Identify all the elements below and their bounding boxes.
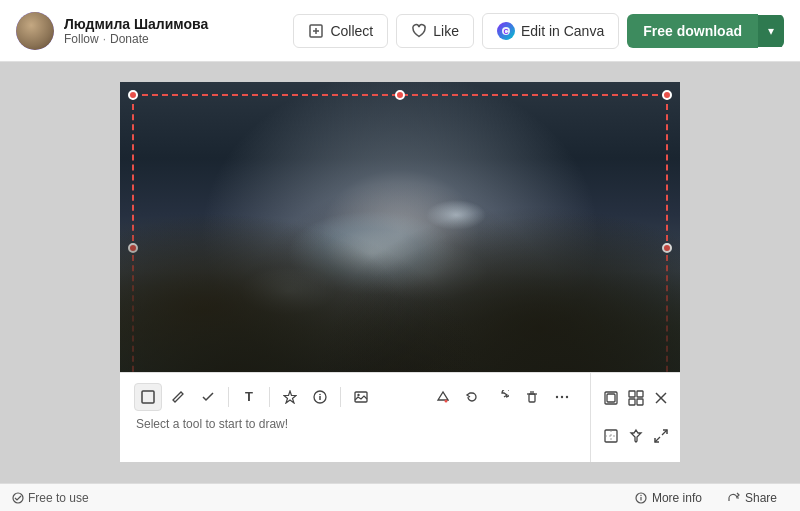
separator: · (103, 32, 106, 46)
like-button[interactable]: Like (396, 14, 474, 48)
magic-icon (283, 390, 297, 404)
more-button[interactable] (548, 383, 576, 411)
trash-button[interactable] (518, 383, 546, 411)
user-info: Людмила Шалимова Follow · Donate (16, 12, 293, 50)
tool-separator-1 (228, 387, 229, 407)
free-to-use: Free to use (12, 491, 89, 505)
pin-button[interactable] (624, 418, 647, 454)
grid-button[interactable] (624, 381, 647, 417)
image-tool-button[interactable] (347, 383, 375, 411)
selection-box (132, 94, 668, 402)
user-text: Людмила Шалимова Follow · Donate (64, 16, 208, 46)
handle-top-left[interactable] (128, 90, 138, 100)
redo-button[interactable] (488, 383, 516, 411)
download-arrow[interactable]: ▾ (758, 15, 784, 47)
close-panel-button[interactable] (649, 381, 672, 417)
user-name: Людмила Шалимова (64, 16, 208, 32)
main-area: T (0, 62, 800, 511)
collect-button[interactable]: Collect (293, 14, 388, 48)
close-icon (654, 391, 668, 405)
toolbar-right (590, 373, 680, 462)
toolbar-left: T (120, 373, 590, 462)
svg-rect-22 (629, 399, 635, 405)
layers-icon (603, 390, 619, 406)
canva-logo: C (497, 22, 515, 40)
handle-middle-right[interactable] (662, 243, 672, 253)
handle-top-middle[interactable] (395, 90, 405, 100)
toolbar-panel: T (120, 372, 680, 462)
svg-rect-19 (607, 394, 615, 402)
undo-icon (465, 390, 479, 404)
user-actions: Follow · Donate (64, 32, 208, 46)
expand-icon (653, 428, 669, 444)
select-icon (141, 390, 155, 404)
svg-point-15 (556, 395, 558, 397)
svg-text:C: C (503, 28, 508, 35)
fill-icon (435, 390, 449, 404)
follow-link[interactable]: Follow (64, 32, 99, 46)
fill-tool-button[interactable] (428, 383, 456, 411)
select-tool-button[interactable] (134, 383, 162, 411)
redo-icon (495, 390, 509, 404)
more-info-label: More info (652, 491, 702, 505)
more-info-button[interactable]: More info (624, 486, 713, 510)
svg-point-11 (357, 393, 359, 395)
expand-button[interactable] (649, 418, 672, 454)
pen-tool-button[interactable] (164, 383, 192, 411)
toolbar-hint: Select a tool to start to draw! (134, 417, 576, 431)
trash-icon (525, 390, 539, 404)
pin-icon (628, 428, 644, 444)
edit-in-canva-button[interactable]: C Edit in Canva (482, 13, 619, 49)
crop-button[interactable] (599, 418, 622, 454)
donate-link[interactable]: Donate (110, 32, 149, 46)
collect-icon (308, 23, 324, 39)
download-main[interactable]: Free download (627, 14, 758, 48)
svg-point-17 (566, 395, 568, 397)
collect-label: Collect (330, 23, 373, 39)
check-icon (201, 390, 215, 404)
undo-button[interactable] (458, 383, 486, 411)
svg-rect-23 (637, 399, 643, 405)
bottom-status-bar: Free to use More info Share (0, 483, 800, 511)
free-icon (12, 492, 24, 504)
tool-separator-2 (269, 387, 270, 407)
layers-button[interactable] (599, 381, 622, 417)
check-tool-button[interactable] (194, 383, 222, 411)
svg-rect-21 (637, 391, 643, 397)
grid-icon (628, 390, 644, 406)
free-download-button[interactable]: Free download ▾ (627, 14, 784, 48)
heart-icon (411, 23, 427, 39)
svg-rect-20 (629, 391, 635, 397)
svg-point-12 (445, 399, 448, 402)
like-label: Like (433, 23, 459, 39)
share-icon (728, 492, 740, 504)
more-icon (555, 390, 569, 404)
image-container: T (120, 82, 680, 462)
svg-rect-13 (529, 394, 535, 402)
svg-point-9 (319, 393, 321, 395)
svg-point-16 (561, 395, 563, 397)
avatar[interactable] (16, 12, 54, 50)
header: Людмила Шалимова Follow · Donate Collect… (0, 0, 800, 62)
svg-point-34 (640, 494, 641, 495)
toolbar-icons: T (134, 383, 576, 411)
crop-icon (603, 428, 619, 444)
free-label: Free to use (28, 491, 89, 505)
edit-in-canva-label: Edit in Canva (521, 23, 604, 39)
text-icon: T (245, 389, 253, 404)
svg-rect-5 (142, 391, 154, 403)
magic-tool-button[interactable] (276, 383, 304, 411)
share-label: Share (745, 491, 777, 505)
info-tool-button[interactable] (306, 383, 334, 411)
canva-icon: C (501, 26, 511, 36)
info-icon (313, 390, 327, 404)
share-button[interactable]: Share (717, 486, 788, 510)
header-buttons: Collect Like C Edit in Canva Free downlo… (293, 13, 784, 49)
image-icon (354, 390, 368, 404)
pen-icon (171, 390, 185, 404)
handle-top-right[interactable] (662, 90, 672, 100)
svg-point-31 (13, 493, 23, 503)
text-tool-button[interactable]: T (235, 383, 263, 411)
tool-separator-3 (340, 387, 341, 407)
handle-middle-left[interactable] (128, 243, 138, 253)
